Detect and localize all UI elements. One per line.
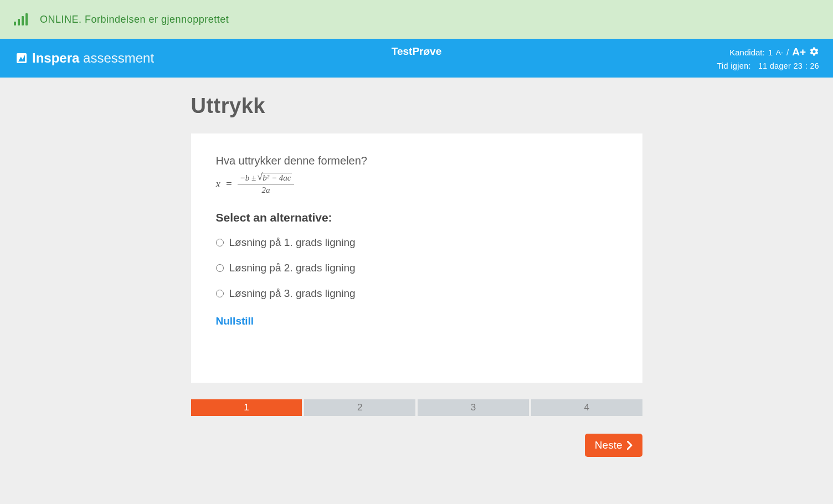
- pager-page-2[interactable]: 2: [304, 399, 415, 416]
- next-button[interactable]: Neste: [585, 434, 642, 457]
- alternative-option[interactable]: Løsning på 3. grads ligning: [216, 287, 618, 300]
- formula-fraction: −b ± √ b² − 4ac 2a: [238, 173, 295, 194]
- question-formula: x = −b ± √ b² − 4ac 2a: [216, 173, 618, 194]
- page-content: Uttrykk Hva uttrykker denne formelen? x …: [191, 78, 642, 479]
- header-right-info: Kandidat: 1 A- / A+ Tid igjen: 11 dager …: [717, 39, 819, 78]
- time-remaining-value: 11 dager 23 : 26: [758, 61, 819, 70]
- formula-numerator: −b ± √ b² − 4ac: [238, 173, 295, 184]
- alternative-option[interactable]: Løsning på 2. grads ligning: [216, 262, 618, 274]
- question-pager: 1 2 3 4: [191, 399, 642, 416]
- pager-page-1[interactable]: 1: [191, 399, 302, 416]
- alternative-radio[interactable]: [216, 290, 224, 297]
- brand-mark-icon: [17, 53, 27, 63]
- test-title: TestPrøve: [392, 45, 441, 58]
- next-button-label: Neste: [595, 439, 623, 451]
- formula-denominator: 2a: [262, 184, 270, 195]
- question-card: Hva uttrykker denne formelen? x = −b ± √…: [191, 133, 642, 383]
- alternative-label: Løsning på 3. grads ligning: [229, 287, 356, 300]
- gear-icon: [809, 47, 819, 56]
- candidate-id: 1: [768, 48, 773, 57]
- brand-name-bold: Inspera: [32, 50, 79, 65]
- alternative-radio[interactable]: [216, 239, 224, 246]
- font-separator: /: [786, 48, 789, 57]
- brand-logo: Inspera assessment: [17, 39, 154, 78]
- connection-status-text: ONLINE. Forbindelsen er gjennopprettet: [40, 14, 229, 25]
- chevron-right-icon: [627, 441, 633, 450]
- alternatives-list: Løsning på 1. grads ligning Løsning på 2…: [216, 236, 618, 300]
- formula-equals: =: [226, 178, 232, 190]
- page-title: Uttrykk: [191, 94, 642, 118]
- brand-name-light: assessment: [79, 50, 154, 65]
- alternative-option[interactable]: Løsning på 1. grads ligning: [216, 236, 618, 249]
- signal-icon: [14, 13, 28, 25]
- question-prompt: Hva uttrykker denne formelen?: [216, 155, 618, 167]
- font-increase-button[interactable]: A+: [792, 46, 806, 58]
- alternative-radio[interactable]: [216, 264, 224, 272]
- font-decrease-button[interactable]: A-: [776, 48, 783, 56]
- reset-button[interactable]: Nullstill: [216, 315, 254, 327]
- alternative-label: Løsning på 2. grads ligning: [229, 262, 356, 274]
- connection-status-bar: ONLINE. Forbindelsen er gjennopprettet: [0, 0, 833, 39]
- time-remaining-label: Tid igjen:: [717, 61, 751, 70]
- pager-page-4[interactable]: 4: [531, 399, 642, 416]
- action-row: Neste: [191, 434, 642, 457]
- app-header: Inspera assessment TestPrøve Kandidat: 1…: [0, 39, 833, 78]
- candidate-label: Kandidat:: [729, 48, 764, 57]
- formula-sqrt: √ b² − 4ac: [257, 173, 292, 183]
- alternative-label: Løsning på 1. grads ligning: [229, 236, 356, 249]
- settings-button[interactable]: [809, 47, 819, 58]
- pager-page-3[interactable]: 3: [418, 399, 529, 416]
- formula-lhs: x: [216, 178, 220, 190]
- select-alternative-heading: Select an alternative:: [216, 211, 618, 224]
